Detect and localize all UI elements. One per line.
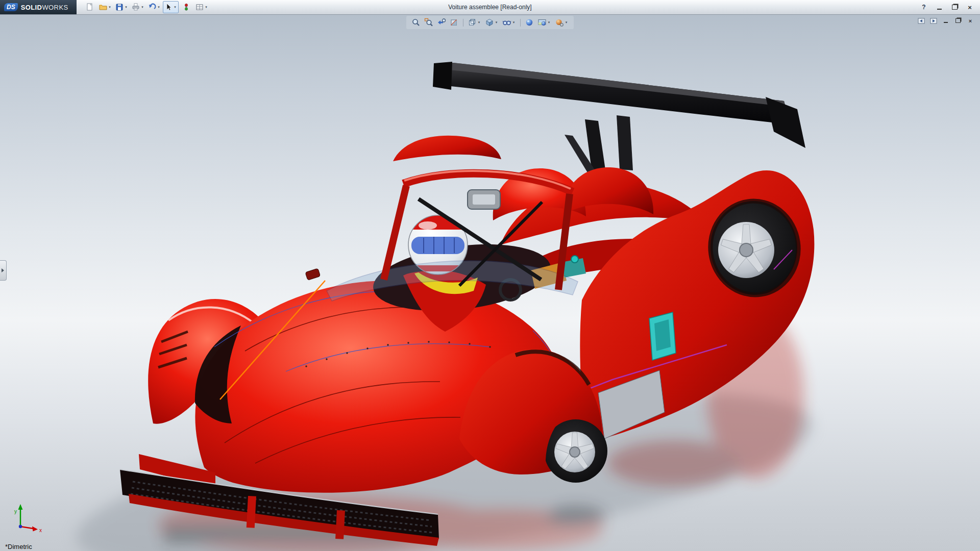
new-document-button[interactable] (83, 1, 97, 13)
previous-window-icon (918, 18, 925, 24)
chevron-down-icon: ▾ (477, 20, 481, 24)
hide-show-items-icon (502, 18, 511, 27)
edit-appearance-button[interactable] (523, 17, 535, 28)
view-orientation-button[interactable]: ▾ (466, 17, 483, 28)
rebuild-button[interactable] (179, 1, 193, 13)
graphics-area[interactable]: ▾ ▾ ▾ (0, 14, 980, 551)
sensor-dot (571, 256, 578, 263)
save-icon (115, 3, 124, 12)
previous-view-icon (437, 18, 446, 27)
view-orientation-icon (468, 18, 477, 27)
next-window-icon (930, 18, 937, 24)
cowl-fairing (393, 136, 501, 161)
options-button[interactable]: ▾ (194, 1, 210, 13)
heads-up-view-toolbar: ▾ ▾ ▾ (406, 16, 574, 29)
select-button[interactable]: ▾ (163, 1, 179, 13)
restore-button[interactable] (948, 3, 961, 12)
section-view-button[interactable] (448, 17, 460, 28)
section-view-icon (450, 18, 459, 27)
edit-appearance-icon (525, 18, 534, 27)
zoom-to-area-button[interactable] (423, 17, 435, 28)
doc-minimize-button[interactable] (941, 16, 951, 25)
select-cursor-icon (164, 3, 173, 12)
chevron-down-icon: ▾ (204, 5, 209, 9)
wing-strut (617, 115, 633, 170)
model-scene[interactable]: y x (0, 14, 980, 551)
close-button[interactable]: × (964, 3, 976, 12)
toolbar-separator (520, 19, 521, 27)
brand-name: SOLIDWORKS (21, 4, 68, 11)
zoom-to-area-icon (424, 18, 433, 27)
chevron-down-icon: ▾ (173, 5, 178, 9)
wing-endplate-left (433, 62, 452, 90)
chevron-down-icon: ▾ (157, 5, 161, 9)
save-button[interactable]: ▾ (114, 1, 130, 13)
window-controls: ? × (918, 3, 980, 12)
chevron-down-icon: ▾ (511, 20, 516, 24)
chevron-down-icon: ▾ (547, 20, 551, 24)
view-orientation-label: *Dimetric (5, 543, 32, 550)
window-title: Voiture assemblee [Read-only] (448, 4, 531, 11)
side-mirror (305, 268, 321, 280)
chevron-down-icon: ▾ (124, 5, 129, 9)
chevron-down-icon: ▾ (140, 5, 145, 9)
new-document-icon (85, 3, 94, 12)
orientation-triad: y x (14, 504, 42, 533)
undo-icon (148, 3, 157, 12)
options-icon (195, 3, 204, 12)
zoom-to-fit-icon (411, 18, 421, 27)
previous-window-button[interactable] (916, 16, 926, 25)
close-icon: × (969, 18, 972, 24)
document-window-controls: × (916, 16, 975, 25)
view-settings-icon (555, 18, 564, 27)
triad-x-label: x (39, 528, 42, 533)
toolbar-separator (463, 19, 463, 27)
expand-arrow-icon (2, 268, 6, 272)
view-settings-button[interactable]: ▾ (553, 17, 570, 28)
feature-tree-flyout-tab[interactable] (0, 260, 7, 281)
solidworks-logo: DS SOLIDWORKS (0, 0, 77, 14)
minimize-button[interactable] (933, 3, 945, 12)
chevron-down-icon: ▾ (494, 20, 499, 24)
triad-y-label: y (14, 509, 17, 514)
doc-close-button[interactable]: × (965, 16, 975, 25)
restore-icon (955, 18, 961, 23)
display-style-icon (485, 18, 494, 27)
ds-logo-icon: DS (4, 3, 18, 11)
doc-restore-button[interactable] (953, 16, 963, 25)
title-bar: DS SOLIDWORKS ▾ ▾ (0, 0, 980, 15)
print-button[interactable]: ▾ (130, 1, 146, 13)
restore-icon (952, 5, 958, 10)
close-icon: × (968, 4, 972, 11)
rearview-mirror (468, 190, 500, 209)
wing-endplate-right (766, 97, 805, 148)
open-folder-icon (99, 3, 108, 12)
print-icon (131, 3, 140, 12)
apply-scene-icon (537, 18, 547, 27)
help-button[interactable]: ? (918, 3, 930, 12)
display-style-button[interactable]: ▾ (483, 17, 500, 28)
hide-show-items-button[interactable]: ▾ (501, 17, 518, 28)
undo-button[interactable]: ▾ (146, 1, 162, 13)
zoom-to-fit-button[interactable] (410, 17, 422, 28)
minimize-icon (944, 22, 948, 23)
rebuild-icon (182, 3, 191, 12)
minimize-icon (937, 9, 942, 10)
next-window-button[interactable] (928, 16, 939, 25)
open-button[interactable]: ▾ (97, 1, 113, 13)
standard-toolbar: ▾ ▾ ▾ ▾ (77, 1, 210, 13)
chevron-down-icon: ▾ (108, 5, 112, 9)
previous-view-button[interactable] (435, 17, 448, 28)
chevron-down-icon: ▾ (564, 20, 569, 24)
apply-scene-button[interactable]: ▾ (536, 17, 553, 28)
